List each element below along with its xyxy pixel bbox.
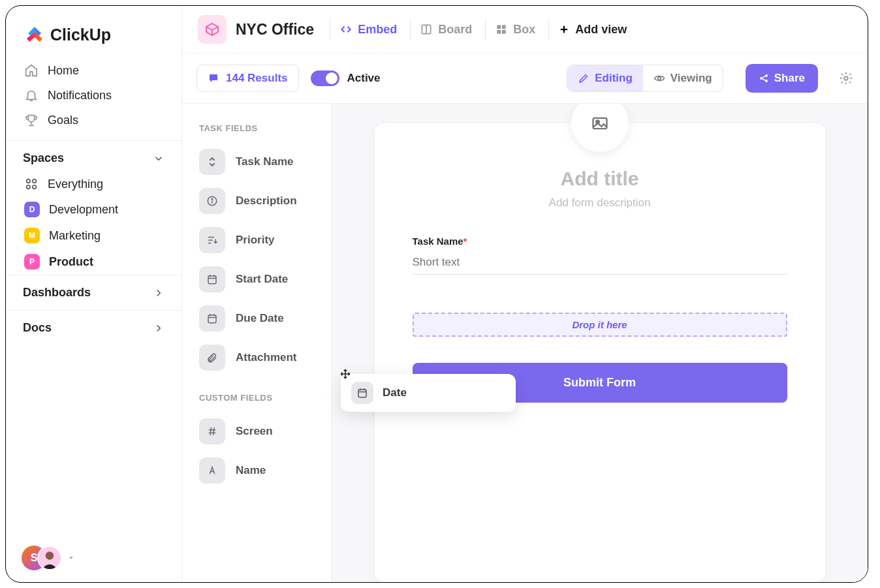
nav-home-label: Home	[48, 64, 79, 78]
share-label: Share	[774, 72, 805, 85]
field-due-date-label: Due Date	[236, 312, 284, 325]
cube-icon	[204, 22, 220, 37]
toggle-switch	[311, 70, 339, 86]
svg-rect-26	[208, 315, 216, 323]
nav-notifications[interactable]: Notifications	[6, 83, 181, 108]
dashboards-section[interactable]: Dashboards	[6, 275, 181, 310]
svg-line-32	[210, 427, 212, 435]
board-icon	[420, 23, 433, 36]
logo-text: ClickUp	[50, 25, 111, 44]
tab-embed[interactable]: Embed	[330, 19, 406, 40]
form-card: Add title Add form description Task Name…	[375, 123, 825, 582]
tab-box[interactable]: Box	[485, 19, 544, 40]
field-name-label: Name	[236, 464, 266, 477]
comment-icon	[208, 72, 219, 84]
code-icon	[339, 23, 353, 36]
docs-section[interactable]: Docs	[6, 310, 181, 345]
space-prod-label: Product	[49, 255, 93, 269]
field-start-date-label: Start Date	[236, 273, 288, 286]
field-screen[interactable]: Screen	[196, 412, 331, 451]
field-start-date[interactable]: Start Date	[196, 260, 331, 299]
space-product[interactable]: P Product	[6, 249, 181, 275]
space-development[interactable]: D Development	[6, 196, 181, 223]
field-priority[interactable]: Priority	[196, 221, 331, 260]
viewing-button[interactable]: Viewing	[643, 65, 723, 91]
home-icon	[24, 63, 39, 78]
space-everything-label: Everything	[48, 178, 103, 191]
form-avatar-picker[interactable]	[571, 104, 629, 152]
field-description-label: Description	[236, 194, 297, 208]
field-priority-label: Priority	[236, 234, 275, 247]
field-attachment[interactable]: Attachment	[196, 338, 331, 377]
form-field-label: Task Name*	[413, 236, 787, 247]
field-due-date[interactable]: Due Date	[196, 299, 331, 338]
svg-rect-37	[358, 390, 366, 397]
drop-zone[interactable]: Drop it here	[413, 313, 787, 337]
space-mkt-label: Marketing	[49, 229, 101, 243]
svg-line-33	[213, 427, 215, 435]
share-button[interactable]: Share	[746, 64, 818, 93]
drag-field-card[interactable]: Date	[341, 374, 516, 412]
main-panel: NYC Office Embed Board Box Add view 144	[182, 6, 868, 582]
svg-rect-10	[502, 30, 506, 34]
sidebar: ClickUp Home Notifications Goals Spaces …	[6, 6, 182, 582]
updown-icon	[199, 149, 225, 175]
chevron-right-icon	[153, 322, 165, 334]
field-description[interactable]: Description	[196, 181, 331, 221]
space-marketing[interactable]: M Marketing	[6, 223, 181, 249]
docs-label: Docs	[23, 321, 52, 335]
space-dev-label: Development	[49, 203, 118, 217]
task-fields-header: TASK FIELDS	[199, 123, 331, 133]
task-name-input[interactable]	[413, 251, 787, 275]
svg-rect-8	[502, 25, 506, 29]
space-prod-badge: P	[24, 254, 40, 270]
pencil-icon	[578, 72, 589, 84]
svg-point-2	[27, 185, 31, 189]
field-attachment-label: Attachment	[236, 351, 297, 364]
nav-home[interactable]: Home	[6, 58, 181, 83]
spaces-header[interactable]: Spaces	[6, 141, 181, 172]
content-area: TASK FIELDS Task Name Description Priori…	[182, 104, 868, 582]
field-name[interactable]: Name	[196, 451, 331, 490]
dashboards-label: Dashboards	[23, 286, 91, 300]
logo[interactable]: ClickUp	[6, 6, 181, 58]
gear-icon[interactable]	[839, 71, 853, 85]
tab-board[interactable]: Board	[410, 19, 481, 40]
app-window: ClickUp Home Notifications Goals Spaces …	[5, 5, 868, 583]
user-menu[interactable]: S	[22, 546, 75, 570]
hash-icon	[199, 418, 225, 444]
bell-icon	[24, 88, 39, 102]
chevron-right-icon	[153, 287, 165, 299]
nav-goals-label: Goals	[48, 114, 78, 127]
form-description[interactable]: Add form description	[413, 196, 787, 209]
plus-icon	[558, 23, 570, 35]
tab-board-label: Board	[438, 23, 472, 37]
svg-point-0	[27, 179, 31, 183]
nav-goals[interactable]: Goals	[6, 108, 181, 132]
avatar-photo	[37, 546, 62, 570]
results-pill[interactable]: 144 Results	[196, 65, 299, 92]
editing-button[interactable]: Editing	[567, 65, 643, 91]
space-everything[interactable]: Everything	[6, 172, 181, 196]
field-task-name[interactable]: Task Name	[196, 142, 331, 181]
svg-rect-35	[593, 118, 606, 129]
active-toggle[interactable]: Active	[311, 70, 381, 86]
grid-icon	[495, 23, 508, 36]
text-icon	[199, 457, 225, 484]
four-circles-icon	[24, 177, 39, 191]
image-icon	[591, 114, 609, 132]
add-view-button[interactable]: Add view	[548, 19, 636, 40]
space-mkt-badge: M	[24, 228, 40, 243]
svg-rect-9	[497, 30, 501, 34]
viewing-label: Viewing	[670, 72, 712, 85]
calendar-icon	[199, 305, 225, 332]
paperclip-icon	[199, 345, 225, 371]
add-view-label: Add view	[575, 23, 627, 37]
share-icon	[759, 73, 769, 84]
chevron-down-icon	[153, 153, 165, 164]
form-title[interactable]: Add title	[413, 168, 787, 190]
svg-point-15	[844, 76, 848, 80]
svg-point-4	[46, 551, 54, 560]
calendar-icon	[199, 266, 225, 292]
clickup-logo-icon	[24, 24, 45, 45]
